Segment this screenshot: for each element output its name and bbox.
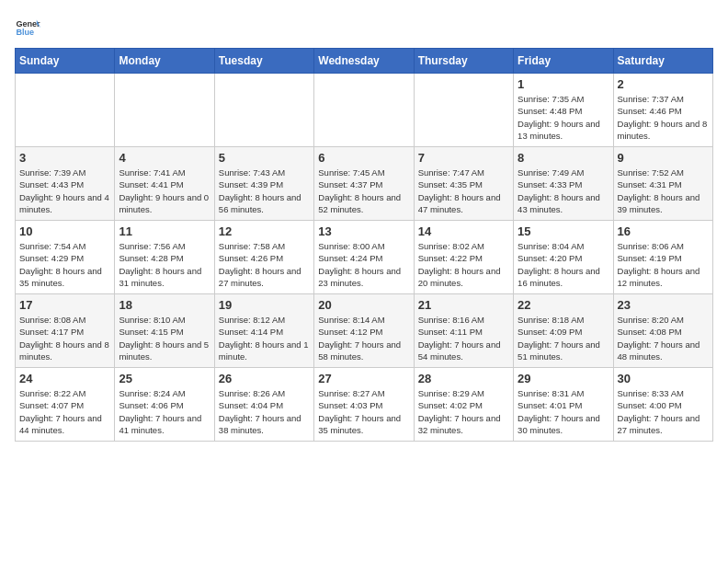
day-detail: Sunrise: 7:52 AM Sunset: 4:31 PM Dayligh… bbox=[618, 167, 709, 215]
day-detail: Sunrise: 7:56 AM Sunset: 4:28 PM Dayligh… bbox=[119, 240, 210, 289]
calendar-week-row: 24Sunrise: 8:22 AM Sunset: 4:07 PM Dayli… bbox=[16, 368, 713, 442]
calendar-cell: 3Sunrise: 7:39 AM Sunset: 4:43 PM Daylig… bbox=[16, 147, 115, 221]
day-number: 15 bbox=[518, 224, 609, 238]
day-detail: Sunrise: 8:24 AM Sunset: 4:06 PM Dayligh… bbox=[119, 387, 210, 436]
col-header-monday: Monday bbox=[115, 49, 214, 74]
day-detail: Sunrise: 7:35 AM Sunset: 4:48 PM Dayligh… bbox=[518, 93, 609, 142]
calendar-cell: 15Sunrise: 8:04 AM Sunset: 4:20 PM Dayli… bbox=[514, 221, 613, 294]
day-detail: Sunrise: 7:47 AM Sunset: 4:35 PM Dayligh… bbox=[418, 167, 509, 215]
day-detail: Sunrise: 7:41 AM Sunset: 4:41 PM Dayligh… bbox=[119, 167, 210, 215]
svg-text:Blue: Blue bbox=[16, 28, 34, 37]
day-detail: Sunrise: 7:43 AM Sunset: 4:39 PM Dayligh… bbox=[219, 167, 310, 215]
calendar-cell: 4Sunrise: 7:41 AM Sunset: 4:41 PM Daylig… bbox=[115, 147, 214, 221]
day-number: 2 bbox=[618, 77, 709, 91]
day-number: 24 bbox=[19, 372, 110, 385]
day-number: 7 bbox=[418, 151, 509, 165]
day-number: 12 bbox=[219, 224, 310, 238]
day-number: 29 bbox=[518, 372, 609, 385]
calendar-cell bbox=[214, 74, 313, 147]
col-header-wednesday: Wednesday bbox=[314, 49, 414, 74]
logo: General Blue bbox=[15, 15, 40, 40]
calendar-cell: 26Sunrise: 8:26 AM Sunset: 4:04 PM Dayli… bbox=[214, 368, 313, 442]
day-number: 16 bbox=[618, 224, 709, 238]
col-header-tuesday: Tuesday bbox=[214, 49, 313, 74]
day-number: 22 bbox=[518, 298, 609, 312]
calendar-cell: 25Sunrise: 8:24 AM Sunset: 4:06 PM Dayli… bbox=[115, 368, 214, 442]
calendar-header-row: SundayMondayTuesdayWednesdayThursdayFrid… bbox=[16, 49, 713, 74]
day-number: 9 bbox=[618, 151, 709, 165]
calendar-cell: 1Sunrise: 7:35 AM Sunset: 4:48 PM Daylig… bbox=[514, 74, 613, 147]
calendar-cell: 28Sunrise: 8:29 AM Sunset: 4:02 PM Dayli… bbox=[414, 368, 513, 442]
day-number: 28 bbox=[418, 372, 509, 385]
day-number: 5 bbox=[219, 151, 310, 165]
day-detail: Sunrise: 8:31 AM Sunset: 4:01 PM Dayligh… bbox=[518, 387, 609, 436]
calendar-cell bbox=[115, 74, 214, 147]
day-number: 8 bbox=[518, 151, 609, 165]
calendar-week-row: 17Sunrise: 8:08 AM Sunset: 4:17 PM Dayli… bbox=[16, 294, 713, 368]
page-header: General Blue bbox=[15, 15, 713, 40]
calendar-cell bbox=[414, 74, 513, 147]
day-detail: Sunrise: 8:16 AM Sunset: 4:11 PM Dayligh… bbox=[418, 314, 509, 362]
calendar-cell: 7Sunrise: 7:47 AM Sunset: 4:35 PM Daylig… bbox=[414, 147, 513, 221]
day-detail: Sunrise: 7:54 AM Sunset: 4:29 PM Dayligh… bbox=[19, 240, 110, 289]
day-number: 21 bbox=[418, 298, 509, 312]
day-detail: Sunrise: 8:33 AM Sunset: 4:00 PM Dayligh… bbox=[618, 387, 709, 436]
day-detail: Sunrise: 8:27 AM Sunset: 4:03 PM Dayligh… bbox=[318, 387, 409, 436]
day-detail: Sunrise: 8:02 AM Sunset: 4:22 PM Dayligh… bbox=[418, 240, 509, 289]
calendar-cell: 12Sunrise: 7:58 AM Sunset: 4:26 PM Dayli… bbox=[214, 221, 313, 294]
calendar-cell: 17Sunrise: 8:08 AM Sunset: 4:17 PM Dayli… bbox=[16, 294, 115, 368]
day-detail: Sunrise: 7:39 AM Sunset: 4:43 PM Dayligh… bbox=[19, 167, 110, 215]
day-number: 30 bbox=[618, 372, 709, 385]
day-detail: Sunrise: 8:18 AM Sunset: 4:09 PM Dayligh… bbox=[518, 314, 609, 362]
calendar-cell: 14Sunrise: 8:02 AM Sunset: 4:22 PM Dayli… bbox=[414, 221, 513, 294]
day-detail: Sunrise: 8:08 AM Sunset: 4:17 PM Dayligh… bbox=[19, 314, 110, 362]
day-number: 11 bbox=[119, 224, 210, 238]
calendar-cell: 19Sunrise: 8:12 AM Sunset: 4:14 PM Dayli… bbox=[214, 294, 313, 368]
day-detail: Sunrise: 8:26 AM Sunset: 4:04 PM Dayligh… bbox=[219, 387, 310, 436]
calendar-cell: 18Sunrise: 8:10 AM Sunset: 4:15 PM Dayli… bbox=[115, 294, 214, 368]
calendar-cell bbox=[314, 74, 414, 147]
col-header-sunday: Sunday bbox=[16, 49, 115, 74]
day-number: 6 bbox=[318, 151, 409, 165]
day-number: 13 bbox=[318, 224, 409, 238]
day-number: 4 bbox=[119, 151, 210, 165]
day-number: 27 bbox=[318, 372, 409, 385]
calendar-cell: 5Sunrise: 7:43 AM Sunset: 4:39 PM Daylig… bbox=[214, 147, 313, 221]
calendar-cell: 30Sunrise: 8:33 AM Sunset: 4:00 PM Dayli… bbox=[613, 368, 712, 442]
day-detail: Sunrise: 7:37 AM Sunset: 4:46 PM Dayligh… bbox=[618, 93, 709, 142]
day-detail: Sunrise: 8:04 AM Sunset: 4:20 PM Dayligh… bbox=[518, 240, 609, 289]
day-number: 1 bbox=[518, 77, 609, 91]
calendar-cell: 13Sunrise: 8:00 AM Sunset: 4:24 PM Dayli… bbox=[314, 221, 414, 294]
calendar-cell: 22Sunrise: 8:18 AM Sunset: 4:09 PM Dayli… bbox=[514, 294, 613, 368]
calendar-cell: 2Sunrise: 7:37 AM Sunset: 4:46 PM Daylig… bbox=[613, 74, 712, 147]
calendar-week-row: 10Sunrise: 7:54 AM Sunset: 4:29 PM Dayli… bbox=[16, 221, 713, 294]
calendar-cell: 16Sunrise: 8:06 AM Sunset: 4:19 PM Dayli… bbox=[613, 221, 712, 294]
calendar-cell: 23Sunrise: 8:20 AM Sunset: 4:08 PM Dayli… bbox=[613, 294, 712, 368]
calendar-cell: 8Sunrise: 7:49 AM Sunset: 4:33 PM Daylig… bbox=[514, 147, 613, 221]
day-number: 17 bbox=[19, 298, 110, 312]
calendar-cell: 24Sunrise: 8:22 AM Sunset: 4:07 PM Dayli… bbox=[16, 368, 115, 442]
calendar-cell bbox=[16, 74, 115, 147]
calendar-cell: 27Sunrise: 8:27 AM Sunset: 4:03 PM Dayli… bbox=[314, 368, 414, 442]
day-detail: Sunrise: 8:06 AM Sunset: 4:19 PM Dayligh… bbox=[618, 240, 709, 289]
day-number: 3 bbox=[19, 151, 110, 165]
day-detail: Sunrise: 8:12 AM Sunset: 4:14 PM Dayligh… bbox=[219, 314, 310, 362]
day-number: 23 bbox=[618, 298, 709, 312]
day-detail: Sunrise: 7:58 AM Sunset: 4:26 PM Dayligh… bbox=[219, 240, 310, 289]
calendar-cell: 11Sunrise: 7:56 AM Sunset: 4:28 PM Dayli… bbox=[115, 221, 214, 294]
day-number: 10 bbox=[19, 224, 110, 238]
day-detail: Sunrise: 8:20 AM Sunset: 4:08 PM Dayligh… bbox=[618, 314, 709, 362]
calendar-cell: 20Sunrise: 8:14 AM Sunset: 4:12 PM Dayli… bbox=[314, 294, 414, 368]
day-number: 14 bbox=[418, 224, 509, 238]
col-header-friday: Friday bbox=[514, 49, 613, 74]
day-number: 25 bbox=[119, 372, 210, 385]
day-detail: Sunrise: 8:10 AM Sunset: 4:15 PM Dayligh… bbox=[119, 314, 210, 362]
day-number: 26 bbox=[219, 372, 310, 385]
calendar-week-row: 3Sunrise: 7:39 AM Sunset: 4:43 PM Daylig… bbox=[16, 147, 713, 221]
day-detail: Sunrise: 8:29 AM Sunset: 4:02 PM Dayligh… bbox=[418, 387, 509, 436]
day-detail: Sunrise: 8:22 AM Sunset: 4:07 PM Dayligh… bbox=[19, 387, 110, 436]
day-number: 18 bbox=[119, 298, 210, 312]
calendar-cell: 10Sunrise: 7:54 AM Sunset: 4:29 PM Dayli… bbox=[16, 221, 115, 294]
day-detail: Sunrise: 8:14 AM Sunset: 4:12 PM Dayligh… bbox=[318, 314, 409, 362]
col-header-saturday: Saturday bbox=[613, 49, 712, 74]
